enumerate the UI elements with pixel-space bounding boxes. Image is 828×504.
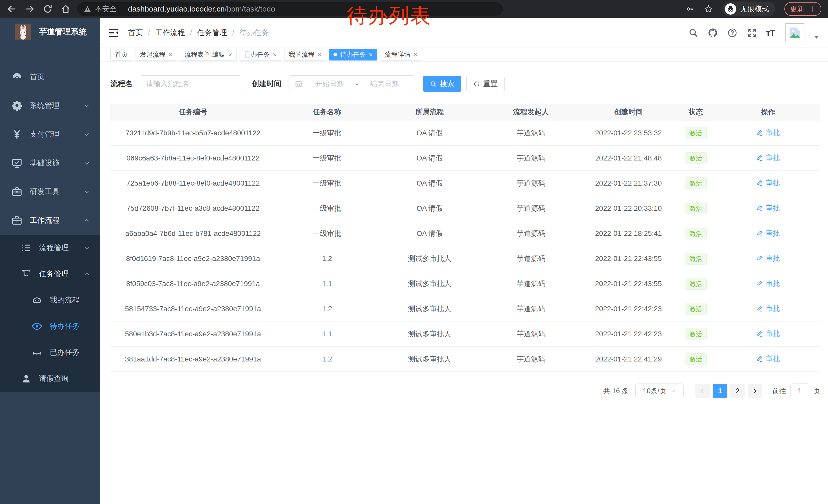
approve-link[interactable]: 审批 <box>756 304 780 314</box>
tab-home[interactable]: 首页 <box>110 49 132 60</box>
approve-link[interactable]: 审批 <box>756 128 780 138</box>
sidebar-item-infra[interactable]: 基础设施 <box>0 149 100 177</box>
sidebar-item-workflow[interactable]: 工作流程 <box>0 206 100 235</box>
sidebar-collapse-icon[interactable] <box>108 27 119 39</box>
approve-link[interactable]: 审批 <box>756 153 780 163</box>
approve-link[interactable]: 审批 <box>756 354 780 364</box>
pencil-icon <box>756 129 763 136</box>
reset-button[interactable]: 重置 <box>466 76 504 92</box>
breadcrumb-item[interactable]: 工作流程 <box>155 28 185 38</box>
robot-icon <box>31 294 43 306</box>
help-icon[interactable] <box>727 28 738 38</box>
cell-name: 一级审批 <box>276 128 378 138</box>
approve-link[interactable]: 审批 <box>756 254 780 263</box>
breadcrumb-item[interactable]: 任务管理 <box>197 28 227 38</box>
sidebar-item-label: 首页 <box>30 72 45 82</box>
table-body: 73211d9d-7b9b-11ec-b5b7-acde48001122一级审批… <box>110 121 820 372</box>
sidebar-item-leave-query[interactable]: 请假查询 <box>0 366 100 392</box>
approve-label: 审批 <box>766 178 780 188</box>
browser-back-icon[interactable] <box>7 4 17 14</box>
search-icon[interactable] <box>688 28 699 38</box>
goto-page-input[interactable] <box>790 383 809 398</box>
status-badge: 激活 <box>685 328 707 340</box>
sidebar-item-label: 研发工具 <box>30 187 59 197</box>
bookmark-star-icon[interactable] <box>704 4 713 13</box>
sidebar-item-home[interactable]: 首页 <box>0 62 100 91</box>
browser-home-icon[interactable] <box>60 4 71 14</box>
tab-process-detail[interactable]: 流程详情× <box>380 49 422 60</box>
cell-id: 73211d9d-7b9b-11ec-b5b7-acde48001122 <box>110 129 276 137</box>
tab-start-process[interactable]: 发起流程× <box>135 49 177 60</box>
sidebar-item-devtools[interactable]: 研发工具 <box>0 177 100 206</box>
column-header: 任务名称 <box>276 107 378 117</box>
approve-label: 审批 <box>766 254 780 263</box>
sidebar-item-todo-task[interactable]: 待办任务 <box>0 313 100 339</box>
browser-menu-icon[interactable] <box>809 5 816 13</box>
cell-starter: 芋道源码 <box>481 128 581 138</box>
cell-action: 审批 <box>716 228 820 239</box>
avatar-caret-icon[interactable] <box>814 35 819 39</box>
process-name-input[interactable] <box>140 75 241 92</box>
tab-label: 流程表单-编辑 <box>184 50 225 59</box>
close-icon[interactable]: × <box>228 51 232 58</box>
page-button-1[interactable]: 1 <box>713 384 727 398</box>
tab-label: 我的流程 <box>289 50 315 59</box>
page-button-2[interactable]: 2 <box>730 384 745 398</box>
tab-done-task[interactable]: 已办任务× <box>240 49 281 60</box>
approve-link[interactable]: 审批 <box>756 329 780 339</box>
close-icon[interactable]: × <box>273 51 277 58</box>
chevron-down-icon <box>83 188 90 195</box>
sidebar-item-task-mgmt[interactable]: 任务管理 <box>0 261 100 287</box>
date-range-picker[interactable]: 开始日期 - 结束日期 <box>289 75 415 92</box>
cell-process: OA 请假 <box>378 153 481 163</box>
tab-label: 发起流程 <box>140 50 165 59</box>
approve-link[interactable]: 审批 <box>756 203 780 213</box>
sidebar-item-label: 我的流程 <box>50 295 80 305</box>
sidebar-item-payment[interactable]: 支付管理 <box>0 120 100 149</box>
close-icon[interactable]: × <box>369 51 373 58</box>
browser-reload-icon[interactable] <box>43 4 53 14</box>
address-bar[interactable]: 不安全 dashboard.yudao.iocoder.cn/bpm/task/… <box>77 2 503 16</box>
pencil-icon <box>756 280 763 287</box>
tab-my-process[interactable]: 我的流程× <box>284 49 326 60</box>
prev-page-button[interactable] <box>695 384 710 398</box>
close-icon[interactable]: × <box>318 51 321 58</box>
page-size-select[interactable]: 10条/页 <box>635 383 684 398</box>
sidebar-item-done-task[interactable]: 已办任务 <box>0 339 100 366</box>
approve-label: 审批 <box>766 304 780 314</box>
approve-link[interactable]: 审批 <box>756 228 780 238</box>
close-icon[interactable]: × <box>413 51 417 58</box>
sidebar-item-my-process[interactable]: 我的流程 <box>0 287 100 313</box>
pencil-icon <box>756 355 763 363</box>
next-page-button[interactable] <box>748 384 762 398</box>
range-separator: - <box>354 80 360 88</box>
briefcase-icon <box>11 186 23 197</box>
sidebar-item-process-mgmt[interactable]: 流程管理 <box>0 235 100 261</box>
sidebar-item-system[interactable]: 系统管理 <box>0 91 100 120</box>
logo-row[interactable]: 芋道管理系统 <box>0 18 100 46</box>
fullscreen-icon[interactable] <box>747 28 757 38</box>
cell-status: 激活 <box>676 177 716 189</box>
password-key-icon[interactable] <box>686 4 695 13</box>
tab-todo-task[interactable]: 待办任务× <box>329 49 377 60</box>
github-icon[interactable] <box>708 28 718 38</box>
cell-name: 1.1 <box>276 280 378 288</box>
tab-label: 待办任务 <box>340 50 366 59</box>
cell-status: 激活 <box>676 253 716 265</box>
tab-form-edit[interactable]: 流程表单-编辑× <box>180 49 237 60</box>
approve-link[interactable]: 审批 <box>756 178 780 188</box>
cell-time: 2022-01-21 22:43:55 <box>581 280 676 288</box>
close-icon[interactable]: × <box>169 51 172 58</box>
sidebar-menu: 首页系统管理支付管理基础设施研发工具工作流程流程管理任务管理我的流程待办任务已办… <box>0 46 100 392</box>
search-button[interactable]: 搜索 <box>423 76 461 92</box>
approve-link[interactable]: 审批 <box>756 279 780 288</box>
chevron-down-icon <box>670 388 676 394</box>
chrome-update-button[interactable]: 更新 <box>784 2 821 16</box>
font-size-icon[interactable]: тT <box>766 28 775 38</box>
eye-closed-icon <box>31 347 43 358</box>
chevron-down-icon <box>83 131 90 138</box>
breadcrumb-item[interactable]: 首页 <box>128 28 143 38</box>
browser-forward-icon[interactable] <box>25 4 35 14</box>
avatar[interactable] <box>785 23 804 42</box>
calendar-icon <box>294 80 303 88</box>
